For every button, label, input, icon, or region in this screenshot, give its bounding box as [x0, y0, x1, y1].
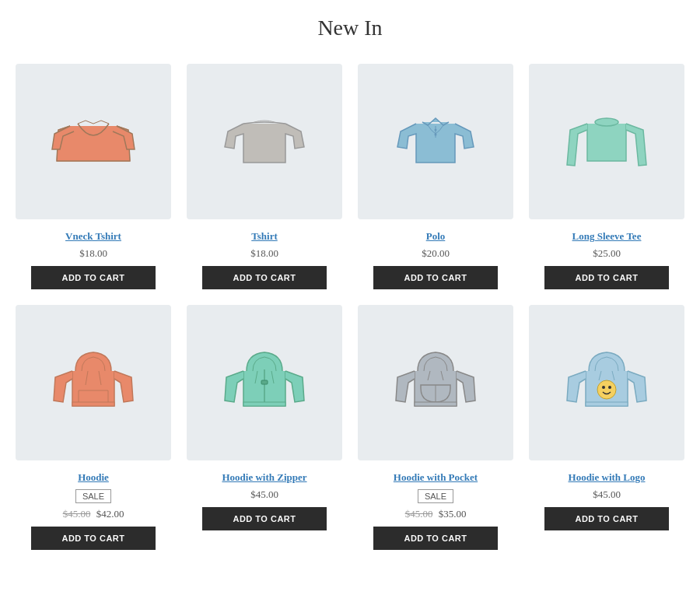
product-image-tshirt	[187, 64, 342, 219]
product-name-hoodie-with-pocket[interactable]: Hoodie with Pocket	[394, 471, 478, 484]
product-name-long-sleeve-tee[interactable]: Long Sleeve Tee	[572, 230, 642, 243]
products-grid: Vneck Tshirt$18.00ADD TO CART Tshirt$18.…	[16, 64, 684, 550]
svg-point-1	[435, 129, 437, 131]
svg-rect-21	[586, 402, 628, 406]
add-to-cart-button-vneck-tshirt[interactable]: ADD TO CART	[31, 266, 156, 289]
product-price-hoodie-with-pocket: $45.00 $35.00	[405, 508, 467, 520]
product-price-long-sleeve-tee: $25.00	[593, 247, 621, 260]
product-name-vneck-tshirt[interactable]: Vneck Tshirt	[65, 230, 121, 243]
add-to-cart-button-tshirt[interactable]: ADD TO CART	[202, 266, 327, 289]
sale-badge-hoodie: SALE	[75, 488, 111, 508]
svg-rect-15	[415, 402, 457, 406]
product-name-polo[interactable]: Polo	[426, 230, 446, 243]
product-price-polo: $20.00	[422, 247, 450, 260]
product-card-hoodie-with-pocket: Hoodie with PocketSALE$45.00 $35.00ADD T…	[358, 305, 513, 550]
add-to-cart-button-hoodie[interactable]: ADD TO CART	[31, 527, 156, 550]
page-title: New In	[16, 16, 684, 40]
svg-rect-8	[261, 380, 268, 384]
product-card-long-sleeve-tee: Long Sleeve Tee$25.00ADD TO CART	[529, 64, 684, 289]
product-price-hoodie: $45.00 $42.00	[63, 508, 124, 520]
svg-point-3	[595, 118, 618, 126]
svg-rect-11	[243, 402, 285, 406]
product-image-long-sleeve-tee	[529, 64, 684, 219]
product-name-tshirt[interactable]: Tshirt	[251, 230, 277, 243]
product-image-hoodie-with-logo	[529, 305, 684, 460]
product-image-hoodie	[16, 305, 171, 460]
product-card-polo: Polo$20.00ADD TO CART	[358, 64, 513, 289]
svg-point-18	[597, 380, 616, 399]
svg-point-19	[602, 386, 605, 389]
product-name-hoodie[interactable]: Hoodie	[78, 471, 109, 484]
sale-badge-hoodie-with-pocket: SALE	[418, 488, 453, 508]
product-price-tshirt: $18.00	[250, 247, 278, 260]
product-card-hoodie-with-logo: Hoodie with Logo$45.00ADD TO CART	[529, 305, 684, 550]
product-name-hoodie-with-logo[interactable]: Hoodie with Logo	[569, 471, 646, 484]
product-image-vneck-tshirt	[16, 64, 171, 219]
svg-point-20	[608, 386, 611, 389]
product-image-hoodie-with-zipper	[187, 305, 342, 460]
add-to-cart-button-hoodie-with-pocket[interactable]: ADD TO CART	[373, 527, 498, 550]
product-card-tshirt: Tshirt$18.00ADD TO CART	[187, 64, 342, 289]
product-price-vneck-tshirt: $18.00	[79, 247, 107, 260]
add-to-cart-button-hoodie-with-logo[interactable]: ADD TO CART	[544, 507, 669, 530]
product-card-hoodie-with-zipper: Hoodie with Zipper$45.00ADD TO CART	[187, 305, 342, 550]
product-card-vneck-tshirt: Vneck Tshirt$18.00ADD TO CART	[16, 64, 171, 289]
product-image-hoodie-with-pocket	[358, 305, 513, 460]
product-price-hoodie-with-zipper: $45.00	[250, 488, 278, 501]
product-image-polo	[358, 64, 513, 219]
product-card-hoodie: HoodieSALE$45.00 $42.00ADD TO CART	[16, 305, 171, 550]
product-price-hoodie-with-logo: $45.00	[593, 488, 621, 501]
add-to-cart-button-long-sleeve-tee[interactable]: ADD TO CART	[544, 266, 669, 289]
product-name-hoodie-with-zipper[interactable]: Hoodie with Zipper	[222, 471, 306, 484]
svg-rect-6	[72, 402, 114, 406]
add-to-cart-button-polo[interactable]: ADD TO CART	[373, 266, 498, 289]
add-to-cart-button-hoodie-with-zipper[interactable]: ADD TO CART	[202, 507, 327, 530]
